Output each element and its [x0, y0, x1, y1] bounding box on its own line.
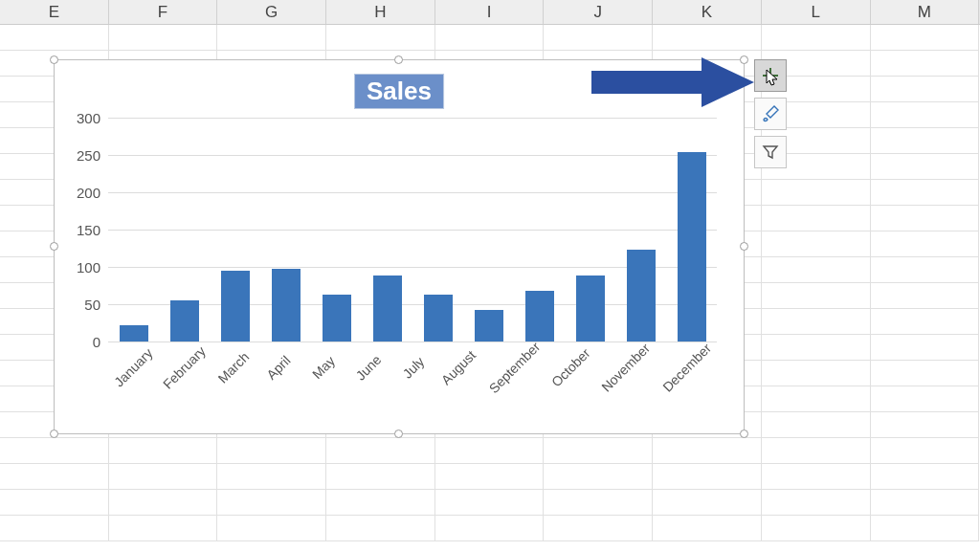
cell[interactable]	[871, 309, 980, 335]
cell[interactable]	[217, 25, 326, 51]
cell[interactable]	[762, 412, 871, 438]
cell[interactable]	[762, 257, 871, 283]
cell[interactable]	[871, 102, 980, 128]
col-header[interactable]: F	[109, 0, 218, 24]
col-header[interactable]: G	[217, 0, 326, 24]
bar[interactable]	[120, 325, 148, 342]
col-header[interactable]: H	[326, 0, 435, 24]
cell[interactable]	[109, 25, 218, 51]
resize-handle[interactable]	[740, 242, 748, 251]
cell[interactable]	[0, 438, 109, 464]
cell[interactable]	[109, 516, 218, 541]
chart-filters-button[interactable]	[754, 136, 787, 168]
bar[interactable]	[678, 152, 706, 342]
cell[interactable]	[435, 516, 545, 541]
cell[interactable]	[326, 438, 435, 464]
cell[interactable]	[871, 231, 980, 257]
resize-handle[interactable]	[740, 55, 748, 64]
cell[interactable]	[544, 438, 653, 464]
cell[interactable]	[217, 516, 326, 541]
cell[interactable]	[217, 490, 326, 516]
cell[interactable]	[871, 25, 980, 51]
cell[interactable]	[871, 412, 980, 438]
cell[interactable]	[762, 335, 871, 361]
cell[interactable]	[871, 516, 980, 541]
cell[interactable]	[326, 25, 435, 51]
chart-elements-button[interactable]	[754, 59, 787, 92]
cell[interactable]	[0, 516, 109, 541]
bar[interactable]	[221, 271, 250, 342]
cell[interactable]	[544, 464, 653, 490]
cell[interactable]	[544, 25, 653, 51]
cell[interactable]	[435, 438, 545, 464]
bar[interactable]	[373, 276, 402, 342]
cell[interactable]	[544, 516, 653, 541]
plot-area[interactable]: 050100150200250300 JanuaryFebruaryMarchA…	[108, 118, 717, 342]
bar[interactable]	[323, 295, 351, 342]
resize-handle[interactable]	[50, 430, 58, 438]
bar[interactable]	[525, 291, 554, 342]
cell[interactable]	[871, 128, 980, 154]
bar[interactable]	[272, 269, 301, 342]
cell[interactable]	[762, 309, 871, 335]
cell[interactable]	[762, 464, 871, 490]
cell[interactable]	[109, 438, 218, 464]
cell[interactable]	[871, 386, 980, 412]
cell[interactable]	[762, 490, 871, 516]
cell[interactable]	[762, 206, 871, 231]
cell[interactable]	[871, 335, 980, 361]
cell[interactable]	[326, 490, 435, 516]
chart-title[interactable]: Sales	[354, 74, 444, 109]
resize-handle[interactable]	[50, 55, 58, 64]
chart-styles-button[interactable]	[754, 98, 787, 130]
cell[interactable]	[109, 464, 218, 490]
resize-handle[interactable]	[394, 430, 403, 438]
cell[interactable]	[109, 490, 218, 516]
embedded-chart[interactable]: Sales 050100150200250300 JanuaryFebruary…	[54, 59, 745, 434]
cell[interactable]	[0, 464, 109, 490]
cell[interactable]	[871, 490, 980, 516]
resize-handle[interactable]	[50, 242, 58, 251]
cell[interactable]	[217, 464, 326, 490]
cell[interactable]	[653, 438, 762, 464]
col-header[interactable]: L	[762, 0, 871, 24]
cell[interactable]	[217, 438, 326, 464]
cell[interactable]	[653, 25, 762, 51]
col-header[interactable]: J	[544, 0, 653, 24]
cell[interactable]	[762, 180, 871, 206]
cell[interactable]	[871, 438, 980, 464]
cell[interactable]	[871, 51, 980, 77]
col-header[interactable]: E	[0, 0, 109, 24]
cell[interactable]	[871, 154, 980, 180]
cell[interactable]	[871, 283, 980, 309]
cell[interactable]	[435, 25, 545, 51]
cell[interactable]	[653, 490, 762, 516]
cell[interactable]	[435, 464, 545, 490]
bar[interactable]	[170, 300, 199, 342]
cell[interactable]	[326, 516, 435, 541]
cell[interactable]	[762, 438, 871, 464]
cell[interactable]	[762, 25, 871, 51]
cell[interactable]	[0, 490, 109, 516]
cell[interactable]	[762, 516, 871, 541]
cell[interactable]	[544, 490, 653, 516]
cell[interactable]	[435, 490, 545, 516]
bar-series[interactable]	[108, 118, 717, 342]
cell[interactable]	[762, 231, 871, 257]
resize-handle[interactable]	[394, 55, 403, 64]
cell[interactable]	[871, 77, 980, 102]
cell[interactable]	[871, 361, 980, 386]
cell[interactable]	[0, 25, 109, 51]
col-header[interactable]: K	[653, 0, 762, 24]
bar[interactable]	[576, 276, 605, 342]
cell[interactable]	[653, 464, 762, 490]
resize-handle[interactable]	[740, 430, 748, 438]
cell[interactable]	[871, 464, 980, 490]
bar[interactable]	[627, 250, 656, 342]
cell[interactable]	[326, 464, 435, 490]
col-header[interactable]: M	[871, 0, 980, 24]
cell[interactable]	[762, 386, 871, 412]
col-header[interactable]: I	[435, 0, 545, 24]
bar[interactable]	[424, 295, 453, 342]
cell[interactable]	[762, 283, 871, 309]
